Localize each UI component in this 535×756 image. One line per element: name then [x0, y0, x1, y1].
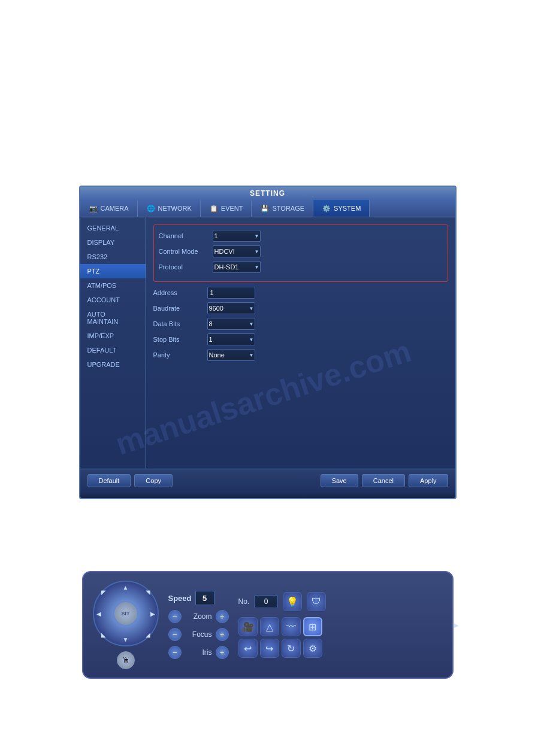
camera-tab-label: CAMERA	[101, 205, 129, 212]
speed-section: Speed 5 − Zoom + − Focus + − Iris +	[168, 591, 229, 659]
data-bits-row: Data Bits 8 ▼	[153, 318, 448, 330]
cancel-button[interactable]: Cancel	[362, 474, 405, 487]
record-icon-button[interactable]: 🎥	[238, 617, 258, 636]
protocol-row: Protocol DH-SD1 ▼	[159, 261, 443, 273]
sidebar-item-impexp[interactable]: IMP/EXP	[80, 329, 146, 343]
tab-network[interactable]: 🌐 NETWORK	[138, 200, 201, 217]
rewind-icon-button[interactable]: ↩	[238, 639, 258, 658]
sidebar-item-ptz[interactable]: PTZ	[80, 264, 146, 278]
left-buttons: Default Copy	[87, 474, 173, 487]
zoom-label: Zoom	[185, 612, 212, 621]
shield-icon-button[interactable]: 🛡	[307, 592, 326, 611]
sidebar-item-general[interactable]: GENERAL	[80, 221, 146, 235]
tab-storage[interactable]: 💾 STORAGE	[252, 200, 313, 217]
bulb-icon-button[interactable]: 💡	[283, 592, 302, 611]
sidebar-item-upgrade[interactable]: UPGRADE	[80, 357, 146, 372]
panel-expand-arrow[interactable]: ▶	[452, 617, 461, 633]
no-value: 0	[254, 595, 278, 608]
dpad-outer: ▲ ▼ ◀ ▶ ◤ ◥ ◣ ◢ SIT	[93, 581, 159, 646]
sidebar-item-display[interactable]: DISPLAY	[80, 235, 146, 250]
camera-tab-icon: 📷	[89, 204, 98, 213]
no-top-row: No. 0 💡 🛡	[238, 592, 327, 611]
iris-label: Iris	[185, 648, 212, 657]
focus-label: Focus	[185, 630, 212, 639]
dpad-right-arrow[interactable]: ▶	[150, 611, 155, 617]
sidebar-item-rs232[interactable]: RS232	[80, 250, 146, 264]
save-button[interactable]: Save	[321, 474, 358, 487]
channel-row: Channel 1 ▼	[159, 230, 443, 242]
iris-minus-button[interactable]: −	[168, 646, 182, 659]
ptz-icon-grid: 🎥 △ 〰 ⊞ ↩ ↪ ↻ ⚙	[238, 617, 322, 658]
sidebar-item-account[interactable]: ACCOUNT	[80, 293, 146, 307]
mouse-button[interactable]: 🖱	[117, 651, 135, 669]
stop-bits-select-wrapper: 1 ▼	[207, 333, 255, 345]
focus-row: − Focus +	[168, 628, 229, 641]
grid-icon-button[interactable]: ⊞	[303, 617, 322, 636]
tab-camera[interactable]: 📷 CAMERA	[80, 200, 138, 217]
storage-tab-label: STORAGE	[272, 205, 304, 212]
data-bits-select[interactable]: 8	[207, 318, 255, 330]
protocol-select[interactable]: DH-SD1	[213, 261, 261, 273]
dpad-center-button[interactable]: SIT	[114, 602, 137, 625]
channel-select[interactable]: 1	[213, 230, 261, 242]
top-tabs: 📷 CAMERA 🌐 NETWORK 📋 EVENT 💾 STORAGE ⚙️ …	[80, 200, 455, 217]
dpad-down-arrow[interactable]: ▼	[123, 636, 129, 643]
sidebar-item-default[interactable]: DEFAULT	[80, 343, 146, 357]
address-row: Address	[153, 287, 448, 299]
bottom-buttons: Default Copy Save Cancel Apply	[80, 469, 455, 492]
network-tab-icon: 🌐	[146, 204, 156, 213]
dpad-ur-arrow[interactable]: ◥	[146, 589, 150, 596]
apply-button[interactable]: Apply	[409, 474, 448, 487]
data-bits-label: Data Bits	[153, 320, 207, 327]
protocol-select-wrapper: DH-SD1 ▼	[213, 261, 261, 273]
focus-plus-button[interactable]: +	[216, 628, 229, 641]
control-mode-row: Control Mode HDCVI ▼	[159, 245, 443, 257]
forward-icon-button[interactable]: ↪	[260, 639, 279, 658]
setting-panel: SETTING 📷 CAMERA 🌐 NETWORK 📋 EVENT 💾 STO…	[79, 186, 457, 499]
dpad-dl-arrow[interactable]: ◣	[101, 631, 106, 638]
event-tab-icon: 📋	[209, 204, 219, 213]
iris-plus-button[interactable]: +	[216, 646, 229, 659]
channel-label: Channel	[159, 232, 213, 239]
dpad-section: ▲ ▼ ◀ ▶ ◤ ◥ ◣ ◢ SIT 🖱	[93, 581, 159, 669]
sidebar: GENERAL DISPLAY RS232 PTZ ATM/POS ACCOUN…	[80, 217, 146, 469]
speed-row: Speed 5	[168, 591, 229, 605]
parity-label: Parity	[153, 351, 207, 359]
iris-row: − Iris +	[168, 646, 229, 659]
baudrate-select-wrapper: 9600 ▼	[207, 302, 255, 314]
zoom-plus-button[interactable]: +	[216, 610, 229, 623]
sidebar-item-atm[interactable]: ATM/POS	[80, 278, 146, 293]
tab-event[interactable]: 📋 EVENT	[201, 200, 252, 217]
dpad-dr-arrow[interactable]: ◢	[146, 631, 150, 638]
copy-button[interactable]: Copy	[134, 474, 173, 487]
stop-bits-select[interactable]: 1	[207, 333, 255, 345]
triangle-icon-button[interactable]: △	[260, 617, 279, 636]
title-text: SETTING	[250, 189, 285, 198]
baudrate-select[interactable]: 9600	[207, 302, 255, 314]
gear-icon-button[interactable]: ⚙	[303, 639, 322, 658]
storage-tab-icon: 💾	[260, 204, 270, 213]
baudrate-label: Baudrate	[153, 305, 207, 312]
focus-minus-button[interactable]: −	[168, 628, 182, 641]
wave-icon-button[interactable]: 〰	[282, 617, 301, 636]
control-mode-label: Control Mode	[159, 248, 213, 255]
control-mode-select[interactable]: HDCVI	[213, 245, 261, 257]
dpad-left-arrow[interactable]: ◀	[96, 611, 101, 617]
protocol-label: Protocol	[159, 263, 213, 271]
bottom-stripe	[80, 492, 455, 498]
address-label: Address	[153, 289, 207, 296]
zoom-minus-button[interactable]: −	[168, 610, 182, 623]
parity-select[interactable]: None	[207, 349, 255, 361]
ptz-panel: ▲ ▼ ◀ ▶ ◤ ◥ ◣ ◢ SIT 🖱 Speed 5 − Zoom + −…	[82, 571, 454, 679]
address-input[interactable]	[207, 287, 255, 299]
tab-system[interactable]: ⚙️ SYSTEM	[313, 200, 370, 217]
refresh-icon-button[interactable]: ↻	[282, 639, 301, 658]
dpad-ul-arrow[interactable]: ◤	[101, 589, 106, 596]
stop-bits-row: Stop Bits 1 ▼	[153, 333, 448, 345]
sidebar-item-automaintain[interactable]: AUTO MAINTAIN	[80, 307, 146, 329]
dpad-up-arrow[interactable]: ▲	[123, 584, 129, 591]
main-area: GENERAL DISPLAY RS232 PTZ ATM/POS ACCOUN…	[80, 217, 455, 469]
baudrate-row: Baudrate 9600 ▼	[153, 302, 448, 314]
channel-select-wrapper: 1 ▼	[213, 230, 261, 242]
default-button[interactable]: Default	[87, 474, 131, 487]
